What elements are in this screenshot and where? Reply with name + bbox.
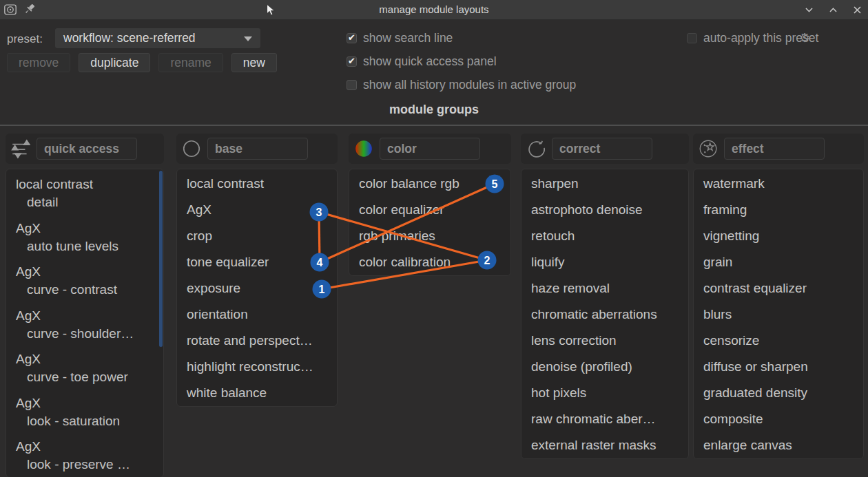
section-divider bbox=[0, 125, 868, 126]
group-name-input[interactable] bbox=[724, 138, 825, 160]
module-item[interactable]: vignetting bbox=[694, 223, 863, 249]
remove-button[interactable]: remove bbox=[7, 53, 70, 72]
dropdown-caret-icon bbox=[244, 36, 252, 41]
group-name-input[interactable] bbox=[552, 138, 652, 160]
checkbox-box[interactable] bbox=[687, 33, 697, 43]
module-name: local contrast bbox=[6, 176, 163, 193]
module-item[interactable]: AgXlook - saturation bbox=[6, 390, 163, 434]
chevron-down-icon[interactable] bbox=[804, 5, 814, 15]
module-item[interactable]: AgXauto tune levels bbox=[6, 215, 163, 259]
module-item[interactable]: graduated density bbox=[694, 380, 863, 406]
module-name: AgX bbox=[6, 394, 163, 412]
module-item[interactable]: orientation bbox=[177, 301, 337, 328]
checkbox-box[interactable] bbox=[347, 80, 357, 90]
module-item[interactable]: local contrastdetail bbox=[6, 171, 163, 215]
module-item[interactable]: white balance bbox=[177, 380, 337, 406]
module-item[interactable]: diffuse or sharpen bbox=[694, 354, 863, 380]
module-instance-label: curve - toe power bbox=[6, 368, 163, 385]
checkbox-show-search-line[interactable]: show search line bbox=[347, 30, 453, 45]
module-group-color: color balance rgbcolor equalizerrgb prim… bbox=[349, 134, 511, 276]
module-item[interactable]: enlarge canvas bbox=[694, 432, 863, 458]
gear-icon[interactable]: ⚙ bbox=[799, 30, 810, 45]
group-header bbox=[349, 134, 511, 164]
close-icon[interactable] bbox=[852, 5, 862, 15]
module-item[interactable]: tone equalizer bbox=[177, 249, 337, 275]
module-item[interactable]: raw chromatic aber… bbox=[521, 406, 688, 432]
checkbox-label: show quick access panel bbox=[363, 54, 497, 69]
section-title: module groups bbox=[0, 103, 868, 117]
group-header bbox=[521, 134, 689, 164]
module-item[interactable]: AgXcurve - contrast bbox=[6, 258, 163, 302]
group-header bbox=[693, 134, 864, 164]
checkbox-show-all-history-modules[interactable]: show all history modules in active group bbox=[347, 77, 576, 92]
module-instance-label: curve - contrast bbox=[6, 281, 163, 298]
sliders-icon bbox=[10, 138, 31, 159]
module-item[interactable]: haze removal bbox=[521, 275, 688, 301]
module-item[interactable]: rgb primaries bbox=[349, 223, 510, 249]
group-name-input[interactable] bbox=[380, 138, 480, 160]
module-item[interactable]: AgXcurve - shoulder… bbox=[6, 302, 163, 346]
module-item[interactable]: chromatic aberrations bbox=[521, 301, 688, 328]
module-item[interactable]: lens correction bbox=[521, 328, 688, 354]
module-item[interactable]: grain bbox=[694, 249, 863, 275]
module-item[interactable]: denoise (profiled) bbox=[521, 354, 688, 380]
module-instance-label: detail bbox=[6, 193, 163, 211]
module-item[interactable]: exposure bbox=[177, 275, 337, 301]
checkbox-label: show all history modules in active group bbox=[363, 78, 576, 92]
module-item[interactable]: censorize bbox=[694, 328, 863, 354]
checkbox-box[interactable] bbox=[347, 56, 357, 67]
module-item[interactable]: liquify bbox=[521, 249, 688, 275]
module-item[interactable]: rotate and perspect… bbox=[177, 328, 337, 354]
module-group-correct: sharpenastrophoto denoiseretouchliquifyh… bbox=[521, 134, 689, 459]
module-item[interactable]: retouch bbox=[521, 223, 688, 249]
module-item[interactable]: astrophoto denoise bbox=[521, 197, 688, 223]
group-module-list: local contrastAgXcroptone equalizerexpos… bbox=[176, 169, 338, 407]
module-item[interactable]: color calibration bbox=[349, 249, 510, 275]
group-module-list: watermarkframingvignettinggraincontrast … bbox=[693, 169, 864, 459]
module-name: AgX bbox=[6, 307, 163, 325]
module-item[interactable]: local contrast bbox=[177, 171, 337, 197]
module-item[interactable]: AgXcurve - toe power bbox=[6, 346, 163, 390]
duplicate-button[interactable]: duplicate bbox=[79, 53, 150, 72]
module-name: AgX bbox=[6, 220, 163, 237]
new-button[interactable]: new bbox=[231, 53, 277, 72]
circle-icon bbox=[181, 138, 202, 159]
correct-arrows-icon bbox=[526, 138, 546, 159]
effect-star-icon bbox=[698, 138, 719, 159]
group-module-list: local contrastdetailAgXauto tune levelsA… bbox=[6, 169, 164, 477]
checkbox-label: show search line bbox=[363, 31, 453, 45]
checkbox-box[interactable] bbox=[347, 33, 357, 43]
preset-dropdown[interactable]: workflow: scene-referred bbox=[55, 28, 260, 48]
group-name-input[interactable] bbox=[207, 138, 308, 160]
module-item[interactable]: sharpen bbox=[521, 171, 688, 197]
module-item[interactable]: hot pixels bbox=[521, 380, 688, 406]
module-item[interactable]: contrast equalizer bbox=[694, 275, 863, 301]
module-name: AgX bbox=[6, 438, 163, 456]
module-instance-label: curve - shoulder… bbox=[6, 325, 163, 342]
color-wheel-icon bbox=[353, 138, 374, 159]
scrollbar[interactable] bbox=[159, 171, 163, 347]
module-item[interactable]: watermark bbox=[694, 171, 863, 197]
rename-button[interactable]: rename bbox=[158, 53, 223, 72]
checkbox-show-quick-access-panel[interactable]: show quick access panel bbox=[347, 54, 497, 69]
group-name-input[interactable] bbox=[37, 138, 137, 160]
module-item[interactable]: AgXlook - preserve … bbox=[6, 433, 163, 477]
module-item[interactable]: crop bbox=[177, 223, 337, 249]
module-item[interactable]: color equalizer bbox=[349, 197, 510, 223]
module-name: AgX bbox=[6, 350, 163, 368]
module-item[interactable]: color balance rgb bbox=[349, 171, 510, 197]
module-item[interactable]: framing bbox=[694, 197, 863, 223]
module-instance-label: look - preserve … bbox=[6, 456, 163, 473]
module-item[interactable]: external raster masks bbox=[521, 432, 688, 458]
module-item[interactable]: blurs bbox=[694, 301, 863, 328]
module-group-effect: watermarkframingvignettinggraincontrast … bbox=[693, 134, 864, 459]
title-bar: manage module layouts bbox=[0, 0, 868, 19]
chevron-up-icon[interactable] bbox=[828, 5, 838, 15]
module-item[interactable]: highlight reconstruc… bbox=[177, 354, 337, 380]
module-name: AgX bbox=[6, 263, 163, 281]
preset-dropdown-value: workflow: scene-referred bbox=[63, 31, 196, 45]
module-item[interactable]: AgX bbox=[177, 197, 337, 223]
group-header bbox=[6, 134, 164, 164]
manage-module-layouts-dialog: manage module layouts preset: workflow: … bbox=[0, 0, 868, 477]
module-item[interactable]: composite bbox=[694, 406, 863, 432]
